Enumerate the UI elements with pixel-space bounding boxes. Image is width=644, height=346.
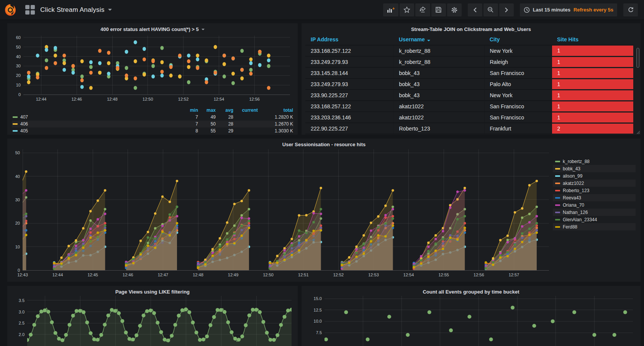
refresh-interval-label: Refresh every 5s bbox=[574, 7, 613, 13]
site-hits-cell: 1 bbox=[552, 56, 634, 67]
table-row: 233.203.236.146akatz1022San Francisco1 bbox=[305, 112, 634, 123]
site-hits-cell: 1 bbox=[552, 67, 634, 78]
panel-resize-handle[interactable] bbox=[636, 130, 640, 134]
dashboard-title-dropdown[interactable]: Click Stream Analysis bbox=[40, 6, 112, 14]
legend-item[interactable]: Oriana_70 bbox=[553, 201, 636, 209]
svg-text:12:51: 12:51 bbox=[298, 273, 309, 277]
svg-text:+: + bbox=[392, 7, 395, 11]
svg-text:12:43: 12:43 bbox=[17, 273, 28, 277]
svg-text:12:56: 12:56 bbox=[249, 97, 260, 101]
legend-item[interactable]: Roberto_123 bbox=[553, 187, 636, 194]
svg-text:20: 20 bbox=[16, 73, 21, 78]
panel-400-errors-title[interactable]: 400 error status alert HAVING count(*) >… bbox=[7, 23, 298, 33]
series-swatch bbox=[555, 219, 560, 220]
count-events-chart: 7.510.012.515.0 bbox=[305, 295, 637, 346]
navbar: Click Stream Analysis + bbox=[0, 0, 644, 20]
svg-text:12:50: 12:50 bbox=[143, 97, 153, 101]
panel-count-events-title[interactable]: Count all Events grouped by time bucket bbox=[302, 286, 641, 295]
series-swatch bbox=[555, 168, 560, 170]
chevron-left-icon bbox=[473, 7, 477, 13]
panel-400-errors: 400 error status alert HAVING count(*) >… bbox=[7, 23, 298, 135]
bar-chart-plus-icon: + bbox=[387, 7, 395, 13]
table-scrollbar[interactable] bbox=[636, 48, 639, 68]
svg-text:30: 30 bbox=[15, 197, 20, 202]
magnifier-minus-icon bbox=[487, 7, 494, 13]
legend-item[interactable]: akatz1022 bbox=[553, 180, 636, 187]
legend-item[interactable]: k_robertz_88 bbox=[553, 158, 636, 165]
legend-sort-max[interactable]: max bbox=[198, 108, 216, 113]
svg-text:12:57: 12:57 bbox=[509, 273, 519, 277]
svg-text:10.0: 10.0 bbox=[314, 319, 322, 323]
svg-text:2.0: 2.0 bbox=[19, 332, 25, 337]
legend-sort-min[interactable]: min bbox=[180, 108, 198, 113]
svg-text:10: 10 bbox=[15, 245, 20, 249]
share-button[interactable] bbox=[415, 3, 430, 16]
svg-text:12:52: 12:52 bbox=[333, 273, 344, 277]
refresh-button[interactable] bbox=[623, 3, 638, 16]
gear-icon bbox=[451, 7, 458, 13]
svg-text:12:53: 12:53 bbox=[368, 273, 379, 277]
column-header-ip[interactable]: IP Address bbox=[305, 34, 393, 45]
legend-item[interactable]: GlenAlan_23344 bbox=[553, 216, 636, 223]
time-range-label: Last 15 minutes bbox=[533, 7, 570, 13]
panel-sessionisation: User Sessionisation - resource hits 0102… bbox=[7, 138, 641, 282]
panel-sessionisation-title[interactable]: User Sessionisation - resource hits bbox=[7, 139, 641, 148]
table-row: 233.249.279.93k_robertz_88Raleigh1 bbox=[305, 56, 634, 67]
svg-text:2.5: 2.5 bbox=[19, 321, 25, 325]
svg-text:12:50: 12:50 bbox=[263, 273, 274, 277]
svg-text:20: 20 bbox=[15, 221, 20, 225]
chevron-down-icon bbox=[108, 9, 112, 11]
legend-item[interactable]: bobk_43 bbox=[553, 165, 636, 172]
legend-item[interactable]: alison_99 bbox=[553, 172, 636, 180]
legend-sort-current[interactable]: current bbox=[233, 108, 258, 113]
series-swatch bbox=[555, 212, 560, 213]
legend-item[interactable]: Reeva43 bbox=[553, 194, 636, 201]
svg-text:3.5: 3.5 bbox=[19, 298, 25, 303]
settings-button[interactable] bbox=[447, 3, 462, 16]
panel-menu-caret-icon bbox=[202, 29, 205, 30]
svg-text:10: 10 bbox=[16, 83, 21, 87]
sessionisation-chart: 0102030405012:4312:4412:4512:4612:4712:4… bbox=[7, 148, 551, 280]
legend-row-407: 407 7 49 28 1.2820 K bbox=[12, 114, 294, 121]
legend-sort-total[interactable]: total bbox=[258, 108, 293, 113]
svg-text:12:48: 12:48 bbox=[107, 97, 118, 101]
panel-join-table: Stream-Table JOIN on Clickstream and Web… bbox=[301, 23, 641, 135]
column-header-city[interactable]: City bbox=[484, 34, 552, 45]
svg-text:50: 50 bbox=[15, 150, 20, 155]
table-row: 233.168.257.122k_robertz_88New York1 bbox=[305, 45, 634, 56]
star-button[interactable] bbox=[400, 3, 414, 16]
panel-page-views-title[interactable]: Page Views using LIKE filtering bbox=[7, 286, 298, 295]
legend-sort-avg[interactable]: avg bbox=[216, 108, 233, 113]
legend-row-405: 405 8 55 29 1.3030 K bbox=[12, 127, 294, 134]
time-range-picker-button[interactable]: Last 15 minutes Refresh every 5s bbox=[520, 3, 617, 16]
series-swatch bbox=[13, 123, 18, 125]
share-icon bbox=[419, 7, 426, 13]
panel-page-views: Page Views using LIKE filtering 2.02.53.… bbox=[7, 286, 298, 346]
save-button[interactable] bbox=[431, 3, 446, 16]
dashboard-picker-icon[interactable] bbox=[25, 5, 35, 15]
series-swatch bbox=[555, 197, 560, 199]
zoom-out-button[interactable] bbox=[483, 3, 498, 16]
time-forward-button[interactable] bbox=[499, 3, 514, 16]
legend-item[interactable]: Nathan_126 bbox=[553, 209, 636, 216]
svg-text:7.5: 7.5 bbox=[316, 330, 322, 335]
site-hits-cell: 1 bbox=[552, 112, 634, 123]
legend-item[interactable]: Ferd88 bbox=[553, 223, 636, 230]
svg-text:12:46: 12:46 bbox=[71, 97, 82, 101]
panel-join-table-title[interactable]: Stream-Table JOIN on Clickstream and Web… bbox=[302, 23, 641, 33]
column-header-site-hits[interactable]: Site Hits bbox=[552, 34, 634, 45]
errors-scatter-chart: 010203040506012:4412:4612:4812:5012:5212… bbox=[10, 33, 295, 104]
add-panel-button[interactable]: + bbox=[383, 3, 398, 16]
legend-series-407[interactable]: 407 bbox=[13, 114, 180, 120]
legend-series-405[interactable]: 405 bbox=[13, 128, 180, 134]
time-back-button[interactable] bbox=[468, 3, 482, 16]
series-swatch bbox=[555, 175, 560, 177]
svg-text:12:52: 12:52 bbox=[178, 97, 189, 101]
table-row: 233.90.225.227bobk_43New York1 bbox=[305, 90, 634, 101]
legend-series-406[interactable]: 406 bbox=[13, 121, 180, 127]
star-icon bbox=[403, 7, 410, 13]
table-row: 233.249.279.93bobk_43Palo Alto1 bbox=[305, 78, 634, 90]
column-header-username[interactable]: Username bbox=[393, 34, 484, 45]
panel-count-events: Count all Events grouped by time bucket … bbox=[301, 286, 641, 346]
grafana-logo[interactable] bbox=[4, 3, 17, 16]
